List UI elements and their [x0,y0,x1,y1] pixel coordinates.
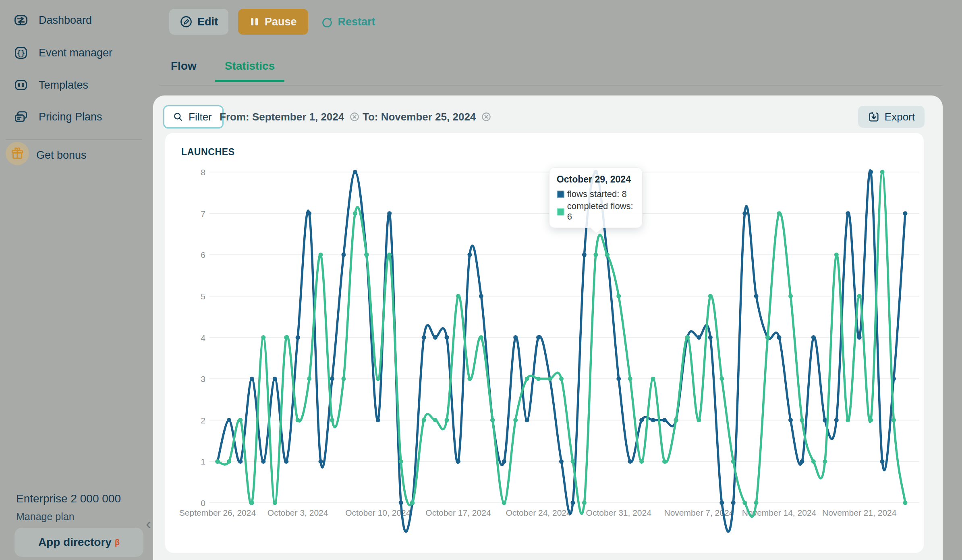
svg-text:September 26, 2024: September 26, 2024 [179,508,256,517]
export-download-icon [868,111,880,123]
svg-text:6: 6 [201,250,205,259]
sidebar-item-label: Templates [39,79,88,91]
search-icon [172,111,184,122]
sidebar-item-get-bonus[interactable]: Get bonus [0,142,153,168]
restart-icon [320,15,333,28]
tooltip-completed-flows-text: completed flows: 6 [567,201,635,222]
restart-button[interactable]: Restart [318,9,378,35]
tabs-hairline [159,85,943,86]
sidebar-item-dashboard[interactable]: Dashboard [0,7,153,33]
templates-icon [14,78,28,92]
svg-text:November 21, 2024: November 21, 2024 [822,508,897,517]
filter-row: Filter From: September 1, 2024 To: Novem… [153,95,943,134]
svg-text:0: 0 [201,498,205,508]
svg-text:October 17, 2024: October 17, 2024 [425,508,491,517]
tab-statistics-label: Statistics [225,60,275,72]
filter-label: Filter [189,111,212,123]
edit-label: Edit [197,16,218,28]
clear-to-date-icon[interactable] [481,111,492,122]
app-directory-button[interactable]: App directoryβ [15,528,143,557]
clear-from-date-icon[interactable] [349,111,360,122]
chart-tooltip: October 29, 2024 flows started: 8 comple… [549,167,643,228]
tooltip-flows-started-text: flows started: 8 [567,189,627,199]
app-directory-label: App directory [38,536,112,549]
tooltip-row-completed-flows: completed flows: 6 [557,201,635,222]
svg-text:October 24, 2024: October 24, 2024 [506,508,571,517]
sidebar-divider [6,139,142,140]
manage-plan-link[interactable]: Manage plan [16,511,121,523]
svg-text:7: 7 [201,209,205,218]
tooltip-row-flows-started: flows started: 8 [557,189,635,199]
svg-text:October 3, 2024: October 3, 2024 [267,508,328,517]
sidebar-item-label: Event manager [39,47,112,59]
dashboard-icon [14,13,28,27]
to-date-text: To: November 25, 2024 [363,111,476,123]
filter-button[interactable]: Filter [163,105,224,129]
sidebar-item-label: Pricing Plans [39,111,102,123]
sidebar-item-pricing-plans[interactable]: Pricing Plans [0,104,153,130]
pricing-plans-icon [14,110,28,124]
edit-button[interactable]: Edit [169,9,228,35]
flows-started-legend-chip [557,191,564,198]
export-label: Export [885,111,915,123]
edit-pencil-icon [180,15,193,28]
tab-flow[interactable]: Flow [171,60,197,82]
svg-text:5: 5 [201,292,205,301]
plan-name: Enterprise 2 000 000 [16,492,121,505]
event-manager-icon: {} [14,46,28,60]
sidebar-item-label: Get bonus [36,149,87,162]
pause-label: Pause [265,16,297,28]
export-button[interactable]: Export [858,106,925,128]
active-tab-underline [215,80,285,82]
sidebar-footer: Enterprise 2 000 000 Manage plan [16,492,121,523]
from-date-text: From: September 1, 2024 [220,111,344,123]
pause-icon [249,16,260,27]
statistics-panel: Filter From: September 1, 2024 To: Novem… [153,95,943,560]
pause-button[interactable]: Pause [238,9,308,35]
svg-text:October 31, 2024: October 31, 2024 [586,508,652,517]
view-tabs: Flow Statistics [171,60,275,82]
svg-text:{}: {} [17,49,25,57]
sidebar-item-templates[interactable]: Templates [0,72,153,98]
sidebar-collapse-chevron-icon[interactable]: ‹ [146,516,151,532]
flow-toolbar: Edit Pause Restart [169,9,378,35]
svg-text:8: 8 [201,168,205,177]
svg-text:1: 1 [201,457,205,466]
beta-badge: β [115,538,120,547]
launches-chart-card: LAUNCHES 012345678September 26, 2024Octo… [165,133,924,553]
svg-text:4: 4 [201,333,205,342]
launches-line-chart[interactable]: 012345678September 26, 2024October 3, 20… [165,133,924,553]
date-filter-to: To: November 25, 2024 [363,105,492,129]
sidebar-item-label: Dashboard [39,14,92,27]
tab-statistics[interactable]: Statistics [225,60,275,82]
tooltip-date: October 29, 2024 [557,174,635,185]
sidebar-item-event-manager[interactable]: {} Event manager [0,40,153,66]
restart-label: Restart [338,16,375,28]
date-filter-from: From: September 1, 2024 [220,105,360,129]
svg-text:3: 3 [201,374,205,384]
completed-flows-legend-chip [557,208,564,216]
svg-text:2: 2 [201,416,205,425]
sidebar: Dashboard {} Event manager Templates Pri… [0,0,153,560]
